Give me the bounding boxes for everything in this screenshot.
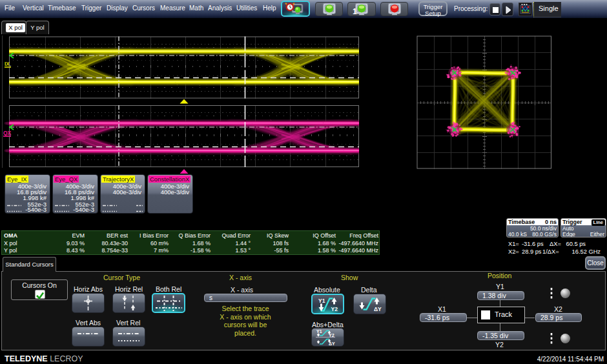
svg-text:Y1: Y1 bbox=[318, 298, 325, 304]
svg-text:IX: IX bbox=[5, 61, 10, 67]
svg-text:Y1: Y1 bbox=[316, 329, 322, 334]
svg-text:ΔY: ΔY bbox=[374, 306, 382, 312]
svg-text:QX: QX bbox=[3, 130, 12, 136]
svg-text:Y2: Y2 bbox=[331, 306, 338, 312]
svg-text:ΔY: ΔY bbox=[329, 341, 335, 346]
